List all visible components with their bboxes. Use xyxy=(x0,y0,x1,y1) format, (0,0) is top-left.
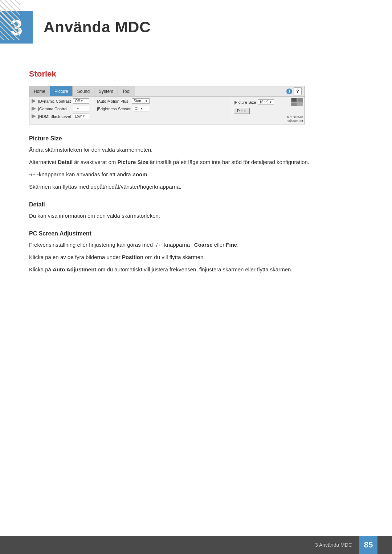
ui-left-section: |Dynamic Contrast Off ▼ |Auto Motion Plu… xyxy=(29,97,232,124)
row1-label: |Dynamic Contrast xyxy=(38,99,71,103)
picture-size-text3: -/+ -knapparna kan användas för att ändr… xyxy=(29,170,363,179)
ui-content: |Dynamic Contrast Off ▼ |Auto Motion Plu… xyxy=(29,97,305,124)
ui-row-2: |Gamma Control ▼ |Brightness Sensor Off … xyxy=(29,105,232,112)
content-area: Storlek Home Picture Sound System Tool 1… xyxy=(0,51,392,307)
detail-text: Du kan visa information om den valda skä… xyxy=(29,212,363,220)
pc-text2: Klicka på en av de fyra bilderna under P… xyxy=(29,253,363,262)
stripe-decoration xyxy=(0,0,20,40)
picture-size-text2: Alternativet Detail är avaktiverat om Pi… xyxy=(29,158,363,167)
pc-text2-pre: Klicka på en av de fyra bilderna under xyxy=(29,254,122,260)
tab-picture[interactable]: Picture xyxy=(50,86,73,96)
chapter-title: Använda MDC xyxy=(44,19,151,36)
detail-heading: Detail xyxy=(29,201,363,208)
ui-row-1: |Dynamic Contrast Off ▼ |Auto Motion Plu… xyxy=(29,97,232,105)
picture-size-heading: Picture Size xyxy=(29,135,363,142)
text2-end: är inställt på ett läge som inte har stö… xyxy=(148,159,310,165)
row3-arrow xyxy=(32,114,36,119)
text2-bold2: Picture Size xyxy=(117,159,148,165)
pc-text3-pre: Klicka på xyxy=(29,266,53,272)
row2-select[interactable]: ▼ xyxy=(73,106,89,111)
picture-size-text4: Skärmen kan flyttas med uppåt/nedåt/väns… xyxy=(29,182,363,191)
row2-mid-label: |Brightness Sensor xyxy=(97,107,131,111)
row1-select[interactable]: Off ▼ xyxy=(73,98,89,104)
detail-button[interactable]: Detail xyxy=(234,108,250,114)
row1-mid-select[interactable]: Stan... ▼ xyxy=(132,98,150,104)
ui-right-panel: |Picture Size 16 : 9 ▼ xyxy=(232,97,305,124)
thumb-4 xyxy=(297,102,303,106)
picture-size-row: |Picture Size 16 : 9 ▼ xyxy=(234,98,303,106)
text3-end: . xyxy=(147,171,149,177)
tab-tool[interactable]: Tool xyxy=(118,86,135,96)
help-button[interactable]: ? xyxy=(294,87,302,95)
footer-chapter-label: 3 Använda MDC xyxy=(315,542,352,548)
thumb-1 xyxy=(291,98,297,102)
pc-text1-bold1: Coarse xyxy=(194,242,213,248)
tab-home[interactable]: Home xyxy=(29,86,50,96)
footer-page-number: 85 xyxy=(359,536,377,554)
thumb-group xyxy=(291,98,303,106)
pc-text1-mid: eller xyxy=(213,242,226,248)
divider-1 xyxy=(93,98,93,104)
pc-text1: Frekvensinställning eller finjustering k… xyxy=(29,241,363,249)
row2-mid-select[interactable]: Off ▼ xyxy=(133,106,149,111)
pc-text1-end: . xyxy=(237,242,238,248)
divider-2 xyxy=(93,106,93,111)
row3-label: |HDMI Black Level xyxy=(38,114,71,119)
detail-btn-row: Detail xyxy=(234,108,303,114)
ui-screenshot: Home Picture Sound System Tool 1 ? |Dyna… xyxy=(29,86,305,124)
row3-select[interactable]: Low ▼ xyxy=(73,114,89,119)
pc-text1-bold2: Fine xyxy=(226,242,237,248)
picture-size-select[interactable]: 16 : 9 ▼ xyxy=(258,99,274,105)
row1-mid-label: |Auto Motion Plus xyxy=(97,99,130,103)
row1-arrow xyxy=(32,99,36,103)
badge-1: 1 xyxy=(286,89,292,94)
row2-label: |Gamma Control xyxy=(38,107,71,111)
section-heading: Storlek xyxy=(29,69,363,79)
pc-text3: Klicka på Auto Adjustment om du automati… xyxy=(29,265,363,274)
text2-pre: Alternativet xyxy=(29,159,58,165)
picture-size-label: |Picture Size xyxy=(234,100,256,104)
row2-arrow xyxy=(32,107,36,111)
pc-heading: PC Screen Adjustment xyxy=(29,230,363,237)
pc-text3-bold: Auto Adjustment xyxy=(53,266,96,272)
picture-size-text1: Ändra skärmstorleken för den valda skärm… xyxy=(29,145,363,154)
pc-screen-label: PC ScreenAdjustment xyxy=(234,115,303,123)
chapter-header: 3 Använda MDC xyxy=(0,0,392,51)
text2-bold1: Detail xyxy=(58,159,73,165)
tab-system[interactable]: System xyxy=(94,86,118,96)
thumb-2 xyxy=(297,98,303,102)
ui-toolbar: Home Picture Sound System Tool 1 ? xyxy=(29,86,305,97)
pc-text2-bold: Position xyxy=(122,254,143,260)
text3-bold: Zoom xyxy=(132,171,147,177)
pc-text2-end: om du vill flytta skärmen. xyxy=(143,254,205,260)
pc-text1-pre: Frekvensinställning eller finjustering k… xyxy=(29,242,194,248)
ui-row-3: |HDMI Black Level Low ▼ xyxy=(29,112,232,120)
tab-sound[interactable]: Sound xyxy=(73,86,94,96)
pc-text3-end: om du automatiskt vill justera frekvense… xyxy=(96,266,292,272)
text2-mid: är avaktiverat om xyxy=(73,159,117,165)
text3-pre: -/+ -knapparna kan användas för att ändr… xyxy=(29,171,132,177)
thumb-3 xyxy=(291,102,297,106)
page-footer: 3 Använda MDC 85 xyxy=(0,536,392,554)
